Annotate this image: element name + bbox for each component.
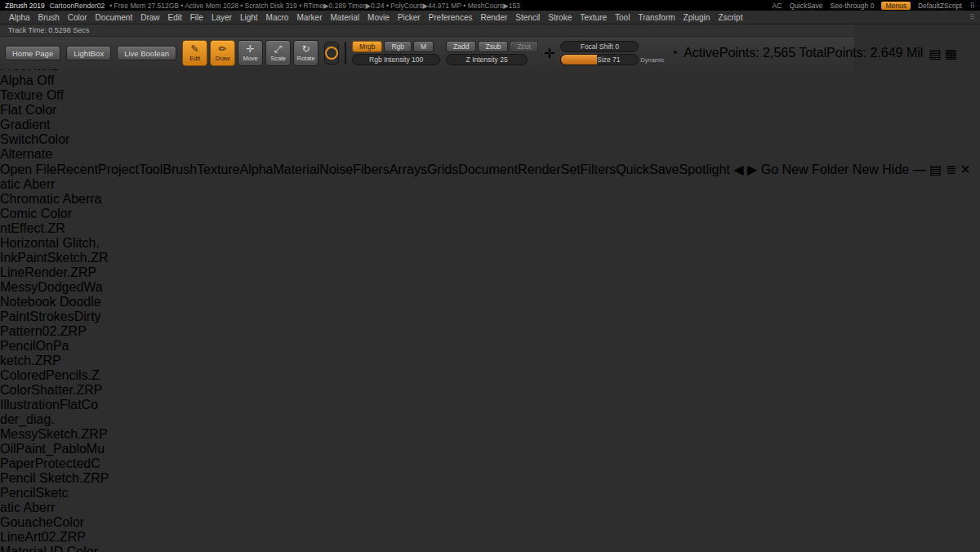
lightbox-tab[interactable]: Recent xyxy=(56,162,98,176)
titlebar-button[interactable]: AC xyxy=(773,2,782,10)
lightbox-thumbnail[interactable]: ntEffect.ZR xyxy=(0,221,980,236)
menu-item[interactable]: Transform xyxy=(634,13,679,22)
lightbox-tab[interactable]: Project xyxy=(98,162,139,176)
material-preview-icon[interactable] xyxy=(345,42,346,65)
menu-item[interactable]: Marker xyxy=(292,13,326,22)
lightbox-thumbnail[interactable]: IllustrationFlatCo xyxy=(0,398,980,412)
menu-item[interactable]: Layer xyxy=(207,13,236,22)
lightbox-thumbnail[interactable]: atic Aberr xyxy=(0,177,980,192)
mode-button[interactable]: ↻ Rotate xyxy=(293,40,318,66)
hide-button[interactable]: Hide xyxy=(882,162,909,176)
lightbox-thumbnail[interactable]: ketch.ZRP xyxy=(0,354,980,368)
menu-item[interactable]: Color xyxy=(64,13,91,22)
stroke-preview-icon[interactable] xyxy=(324,42,339,65)
zsub-button[interactable]: Zsub xyxy=(478,41,508,52)
menu-item[interactable]: Zscript xyxy=(714,13,746,22)
menu-item[interactable]: Document xyxy=(91,13,137,22)
lightbox-tab[interactable]: Noise xyxy=(319,162,353,176)
new-button[interactable]: New xyxy=(853,162,879,176)
lightbox-tab[interactable]: RenderSet xyxy=(518,162,581,176)
lightbox-thumbnail[interactable]: GouacheColor xyxy=(0,515,980,530)
mode-button[interactable]: ✛ Move xyxy=(238,40,263,66)
lightbox-button[interactable]: LightBox xyxy=(66,46,111,60)
menu-item[interactable]: Light xyxy=(236,13,262,22)
lightbox-tab[interactable]: Arrays xyxy=(390,162,427,176)
menu-item[interactable]: Draw xyxy=(136,13,163,22)
home-page-button[interactable]: Home Page xyxy=(5,46,60,60)
lightbox-thumbnail[interactable]: der_diag. xyxy=(0,412,980,427)
titlebar-button[interactable]: See-through 0 xyxy=(831,2,875,10)
lightbox-tab[interactable]: Alpha xyxy=(240,162,274,176)
lightbox-thumbnail[interactable]: Notebook Doodle xyxy=(0,295,980,309)
z-intensity-slider[interactable]: Z Intensity 25 xyxy=(446,54,528,65)
lightbox-thumbnail[interactable]: Material ID Color xyxy=(0,545,980,552)
grid-view-icon[interactable]: ▤ xyxy=(929,162,942,176)
lightbox-thumbnail[interactable]: PencilSketc xyxy=(0,486,980,501)
menu-item[interactable]: Macro xyxy=(262,13,293,22)
clock-icon[interactable]: ◔ xyxy=(670,46,679,60)
lightbox-thumbnail[interactable]: ColorShatter.ZRP xyxy=(0,383,980,398)
lightbox-tab[interactable]: Filters xyxy=(581,162,617,176)
new-folder-button[interactable]: New Folder xyxy=(782,162,849,176)
menu-item[interactable]: Alpha xyxy=(5,13,34,22)
lightbox-tab[interactable]: Texture xyxy=(197,162,239,176)
menu-item[interactable]: Stroke xyxy=(544,13,576,22)
menu-item[interactable]: File xyxy=(186,13,207,22)
lightbox-tab[interactable]: Grids xyxy=(427,162,458,176)
live-boolean-button[interactable]: Live Boolean xyxy=(117,46,176,60)
menu-item[interactable]: Brush xyxy=(34,13,64,22)
layers-icon[interactable]: ▤ xyxy=(929,47,941,60)
draw-size-slider[interactable]: Draw Size 71 xyxy=(560,54,639,65)
menu-item[interactable]: Render xyxy=(477,13,512,22)
lightbox-tab[interactable]: Spotlight xyxy=(679,162,730,176)
alternate-button[interactable]: Alternate xyxy=(0,147,980,162)
menu-item[interactable]: Material xyxy=(327,13,364,22)
lightbox-thumbnail[interactable]: LineRender.ZRP xyxy=(0,265,980,280)
lightbox-tab[interactable]: Open File xyxy=(0,162,56,176)
flatten-icon[interactable]: ▦ xyxy=(945,47,957,60)
close-icon[interactable]: ✕ xyxy=(960,162,971,176)
next-page-icon[interactable]: ▶ xyxy=(747,162,757,176)
lightbox-tab[interactable]: QuickSave xyxy=(616,162,679,176)
menu-item[interactable]: Preferences xyxy=(425,13,477,22)
minimize-icon[interactable]: — xyxy=(913,162,926,176)
mode-button[interactable]: ✎ Edit xyxy=(182,40,207,66)
menu-item[interactable]: Texture xyxy=(576,13,611,22)
titlebar-grip-icon[interactable]: ⠿ xyxy=(970,2,975,10)
list-view-icon[interactable]: ≣ xyxy=(946,162,956,176)
lightbox-thumbnail[interactable]: ColoredPencils.Z xyxy=(0,368,980,383)
zcut-button[interactable]: Zcut xyxy=(510,41,538,52)
lightbox-thumbnail[interactable]: Chromatic Aberra xyxy=(0,192,980,207)
menu-item[interactable]: Picker xyxy=(394,13,425,22)
menubar-grip-icon[interactable]: ⠿ xyxy=(969,13,975,21)
lightbox-thumbnail[interactable]: LineArt02.ZRP xyxy=(0,530,980,545)
lightbox-tab[interactable]: Material xyxy=(273,162,319,176)
gyro-icon[interactable]: ✛ xyxy=(544,46,555,61)
lightbox-thumbnail[interactable]: OilPaint_PabloMu xyxy=(0,442,980,456)
go-button[interactable]: Go xyxy=(761,162,778,176)
lightbox-thumbnail[interactable]: PencilOnPa xyxy=(0,339,980,354)
lightbox-tab[interactable]: Document xyxy=(458,162,518,176)
m-button[interactable]: M xyxy=(413,41,434,52)
titlebar-button[interactable]: DefaultZScript xyxy=(918,2,962,10)
mrgb-button[interactable]: Mrgb xyxy=(352,41,382,52)
focal-shift-slider[interactable]: Focal Shift 0 xyxy=(560,41,639,52)
lightbox-thumbnail[interactable]: Pattern02.ZRP xyxy=(0,324,980,339)
prev-page-icon[interactable]: ◀ xyxy=(733,162,743,176)
menu-item[interactable]: Movie xyxy=(363,13,394,22)
lightbox-thumbnail[interactable]: InkPaintSketch.ZR xyxy=(0,251,980,265)
menu-item[interactable]: Tool xyxy=(611,13,634,22)
titlebar-button[interactable]: Menus xyxy=(881,2,911,10)
lightbox-tab[interactable]: Tool xyxy=(139,162,163,176)
lightbox-thumbnail[interactable]: MessyDodgedWa xyxy=(0,280,980,295)
lightbox-tab[interactable]: Fibers xyxy=(353,162,389,176)
mode-button[interactable]: ✏ Draw xyxy=(210,40,235,66)
rgb-intensity-slider[interactable]: Rgb Intensity 100 xyxy=(352,54,440,65)
dynamic-label[interactable]: Dynamic xyxy=(640,56,664,64)
lightbox-thumbnail[interactable]: atic Aberr xyxy=(0,501,980,515)
menu-item[interactable]: Stencil xyxy=(511,13,544,22)
lightbox-tab[interactable]: Brush xyxy=(163,162,197,176)
titlebar-button[interactable]: QuickSave xyxy=(789,2,822,10)
mode-button[interactable]: ⤢ Scale xyxy=(265,40,291,66)
lightbox-thumbnail[interactable]: Horizontal Glitch. xyxy=(0,236,980,251)
